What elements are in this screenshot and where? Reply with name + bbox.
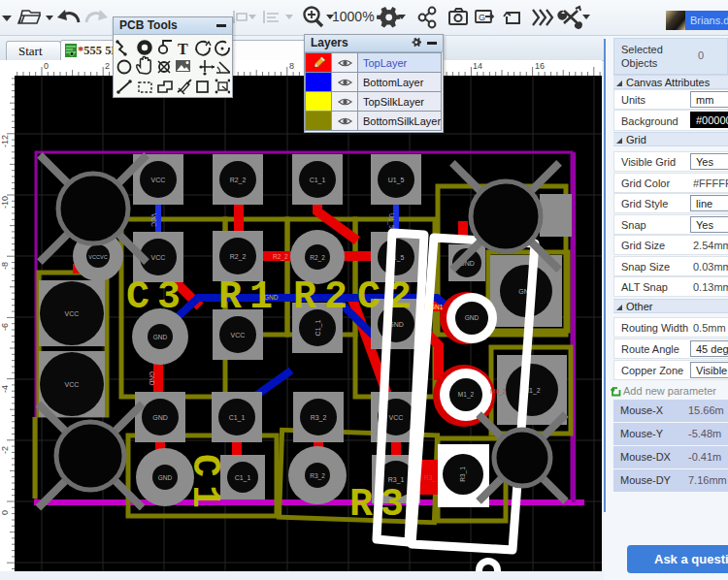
svg-text:GN1: GN1: [430, 304, 444, 310]
svg-text:R2_2: R2_2: [230, 253, 247, 261]
svg-text:C1_1: C1_1: [310, 177, 326, 184]
svg-text:R2_2: R2_2: [230, 177, 247, 184]
svg-text:-6: -6: [0, 323, 10, 331]
svg-text:-2: -2: [0, 446, 10, 454]
svg-text:R2: R2: [293, 275, 355, 319]
svg-text:VCC: VCC: [151, 177, 166, 183]
svg-text:GND: GND: [152, 414, 168, 421]
svg-text:1000%: 1000%: [332, 9, 375, 24]
svg-text:0: 0: [0, 510, 10, 515]
svg-text:0: 0: [44, 61, 49, 71]
svg-text:R3_: R3_: [424, 474, 436, 482]
svg-text:M1_2: M1_2: [458, 391, 475, 399]
svg-text:C1_1: C1_1: [314, 320, 322, 337]
svg-text:-12: -12: [0, 135, 10, 147]
svg-text:-10: -10: [0, 196, 10, 209]
svg-text:VCC: VCC: [150, 213, 157, 227]
svg-text:T: T: [178, 41, 188, 57]
svg-text:-8: -8: [0, 262, 10, 270]
svg-text:G: G: [479, 13, 485, 22]
svg-text:C1: C1: [182, 454, 226, 516]
svg-text:U1_5: U1_5: [388, 177, 405, 184]
svg-text:-4: -4: [0, 385, 10, 393]
svg-text:R3_2: R3_2: [310, 472, 325, 480]
svg-text:R3_1: R3_1: [459, 467, 467, 482]
svg-text:C1_1: C1_1: [235, 474, 251, 482]
svg-text:2: 2: [105, 61, 110, 71]
svg-text:GND: GND: [465, 314, 480, 321]
svg-text:VCC: VCC: [65, 310, 80, 317]
svg-text:16: 16: [535, 61, 545, 71]
svg-text:U1_5: U1_5: [387, 213, 395, 229]
svg-text:C3: C3: [126, 275, 188, 319]
svg-text:8: 8: [289, 61, 294, 71]
svg-text:VCC: VCC: [231, 332, 246, 338]
svg-text:14: 14: [473, 61, 482, 71]
svg-text:GND: GND: [153, 334, 168, 340]
svg-text:R3_2: R3_2: [311, 414, 327, 422]
svg-text:R2_2: R2_2: [273, 253, 288, 261]
svg-text:GND: GND: [158, 474, 173, 481]
svg-text:VCC: VCC: [151, 254, 166, 261]
svg-text:VCCVC: VCCVC: [88, 254, 107, 260]
svg-text:VCC: VCC: [65, 381, 80, 388]
svg-text:GND: GND: [264, 294, 279, 301]
svg-text:C1_1: C1_1: [229, 414, 246, 422]
svg-text:M0_2: M0_2: [490, 388, 507, 396]
svg-text:VCC: VCC: [389, 414, 404, 421]
svg-text:GND: GND: [149, 371, 155, 386]
svg-text:R2_2: R2_2: [310, 254, 325, 262]
